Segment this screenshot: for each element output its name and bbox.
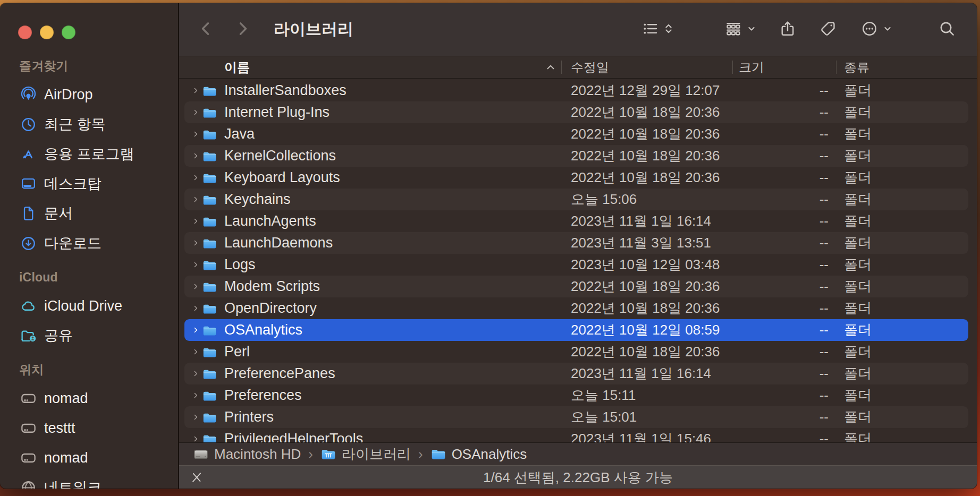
table-row[interactable]: PreferencePanes2023년 11월 1일 16:14--폴더 xyxy=(184,363,968,384)
sidebar-item-label: 다운로드 xyxy=(44,234,102,253)
modified-date: 2022년 10월 12일 08:59 xyxy=(561,321,732,339)
breadcrumb-item[interactable]: 라이브러리 xyxy=(320,445,411,464)
file-kind: 폴더 xyxy=(836,430,968,442)
sidebar-item[interactable]: 공유 xyxy=(19,321,173,350)
table-row[interactable]: Preferences오늘 15:11--폴더 xyxy=(184,384,968,406)
table-row[interactable]: PrivilegedHelperTools2023년 11월 1일 15:46-… xyxy=(184,428,968,442)
modified-date: 오늘 15:11 xyxy=(561,386,732,405)
table-row[interactable]: Logs2023년 10월 12일 03:48--폴더 xyxy=(184,254,968,276)
disclosure-chevron-icon[interactable] xyxy=(192,194,201,205)
table-row[interactable]: KernelCollections2022년 10월 18일 20:36--폴더 xyxy=(184,145,968,167)
sidebar-item[interactable]: iCloud Drive xyxy=(19,291,173,321)
column-modified[interactable]: 수정일 xyxy=(571,59,609,76)
disclosure-chevron-icon[interactable] xyxy=(192,172,201,183)
chevron-left-icon xyxy=(197,20,215,39)
sidebar-item[interactable]: testtt xyxy=(19,413,173,443)
sidebar-item[interactable]: 응용 프로그램 xyxy=(19,139,173,169)
globe-icon xyxy=(19,478,37,489)
disclosure-chevron-icon[interactable] xyxy=(192,324,201,336)
column-size[interactable]: 크기 xyxy=(739,59,764,76)
sidebar-item[interactable]: nomad xyxy=(19,383,173,413)
share-button[interactable] xyxy=(779,20,796,39)
sidebar-item[interactable]: 데스크탑 xyxy=(19,169,173,199)
list-view-button[interactable] xyxy=(642,20,674,39)
sidebar-item-label: 최근 항목 xyxy=(44,115,106,134)
table-row[interactable]: Keychains오늘 15:06--폴더 xyxy=(184,189,968,210)
column-kind[interactable]: 종류 xyxy=(844,59,869,76)
toolbar: 라이브러리 xyxy=(179,3,977,56)
more-actions-button[interactable] xyxy=(861,20,893,39)
column-divider[interactable] xyxy=(561,61,562,74)
sidebar-item[interactable]: 문서 xyxy=(19,199,173,228)
group-by-icon xyxy=(725,20,742,39)
folder-icon xyxy=(202,259,217,271)
sidebar-item-label: testtt xyxy=(44,420,75,437)
breadcrumb-item[interactable]: OSAnalytics xyxy=(430,446,527,463)
disclosure-chevron-icon[interactable] xyxy=(192,237,201,249)
disclosure-chevron-icon[interactable] xyxy=(192,303,201,314)
disclosure-chevron-icon[interactable] xyxy=(192,85,201,96)
table-row[interactable]: InstallerSandboxes2022년 12월 29일 12:07--폴… xyxy=(184,80,968,101)
table-row[interactable]: OSAnalytics2022년 10월 12일 08:59--폴더 xyxy=(184,319,968,341)
table-row[interactable]: OpenDirectory2022년 10월 18일 20:36--폴더 xyxy=(184,297,968,319)
desktop: { "window": { "title": "라이브러리", "control… xyxy=(0,0,980,496)
sidebar-item-label: 응용 프로그램 xyxy=(44,144,134,164)
table-row[interactable]: Modem Scripts2022년 10월 18일 20:36--폴더 xyxy=(184,276,968,297)
search-button[interactable] xyxy=(939,20,956,39)
sidebar-item[interactable]: 최근 항목 xyxy=(19,109,173,139)
table-row[interactable]: LaunchAgents2023년 11월 1일 16:14--폴더 xyxy=(184,210,968,232)
table-row[interactable]: Keyboard Layouts2022년 10월 18일 20:36--폴더 xyxy=(184,167,968,189)
table-row[interactable]: LaunchDaemons2023년 11월 3일 13:51--폴더 xyxy=(184,232,968,254)
sidebar-section-header: 위치 xyxy=(19,362,173,377)
disclosure-chevron-icon[interactable] xyxy=(192,216,201,227)
folder-icon xyxy=(202,237,217,249)
breadcrumb-label: OSAnalytics xyxy=(452,446,527,463)
column-divider[interactable] xyxy=(836,61,837,74)
folder-icon xyxy=(202,193,217,206)
disclosure-chevron-icon[interactable] xyxy=(192,368,201,379)
file-name: Perl xyxy=(224,344,250,360)
file-size: -- xyxy=(732,365,836,382)
chevron-down-icon xyxy=(882,23,893,36)
finder-window: 즐겨찾기AirDrop최근 항목응용 프로그램데스크탑문서다운로드iCloudi… xyxy=(0,3,977,489)
table-row[interactable]: Internet Plug-Ins2022년 10월 18일 20:36--폴더 xyxy=(184,101,968,123)
file-kind: 폴더 xyxy=(836,168,968,187)
sidebar-item[interactable]: AirDrop xyxy=(19,80,173,109)
file-name: PrivilegedHelperTools xyxy=(224,431,363,442)
forward-button[interactable] xyxy=(230,20,255,39)
back-button[interactable] xyxy=(194,20,218,39)
disclosure-chevron-icon[interactable] xyxy=(192,259,201,270)
breadcrumb-item[interactable]: Macintosh HD xyxy=(193,446,301,463)
disclosure-chevron-icon[interactable] xyxy=(192,412,201,423)
sidebar-item[interactable]: 네트워크 xyxy=(19,473,173,489)
sidebar-section: 즐겨찾기AirDrop최근 항목응용 프로그램데스크탑문서다운로드 xyxy=(19,58,173,258)
file-name: Keychains xyxy=(224,191,291,208)
breadcrumb-label: 라이브러리 xyxy=(342,445,411,464)
drive-icon xyxy=(193,447,209,461)
tag-button[interactable] xyxy=(820,20,837,39)
table-row[interactable]: Java2022년 10월 18일 20:36--폴더 xyxy=(184,123,968,145)
file-name: Keyboard Layouts xyxy=(224,169,340,186)
disclosure-chevron-icon[interactable] xyxy=(192,433,201,442)
sidebar-item[interactable]: 다운로드 xyxy=(19,228,173,258)
disclosure-chevron-icon[interactable] xyxy=(192,150,201,161)
modified-date: 2022년 12월 29일 12:07 xyxy=(561,81,732,100)
disclosure-chevron-icon[interactable] xyxy=(192,107,201,118)
table-row[interactable]: Perl2022년 10월 18일 20:36--폴더 xyxy=(184,341,968,363)
modified-date: 오늘 15:01 xyxy=(561,408,732,426)
disclosure-chevron-icon[interactable] xyxy=(192,346,201,357)
column-name[interactable]: 이름 xyxy=(224,59,250,76)
disclosure-chevron-icon[interactable] xyxy=(192,129,201,140)
sidebar-item[interactable]: nomad xyxy=(19,443,173,473)
table-row[interactable]: Printers오늘 15:01--폴더 xyxy=(184,406,968,428)
disclosure-chevron-icon[interactable] xyxy=(192,281,201,292)
file-kind: 폴더 xyxy=(836,299,968,318)
file-name: OpenDirectory xyxy=(224,300,317,317)
group-by-button[interactable] xyxy=(725,20,757,39)
sidebar: 즐겨찾기AirDrop최근 항목응용 프로그램데스크탑문서다운로드iCloudi… xyxy=(0,3,179,489)
column-divider[interactable] xyxy=(732,61,733,74)
sidebar-item-label: AirDrop xyxy=(44,87,93,103)
file-name: Preferences xyxy=(224,387,302,404)
file-name: KernelCollections xyxy=(224,148,336,164)
disclosure-chevron-icon[interactable] xyxy=(192,390,201,401)
